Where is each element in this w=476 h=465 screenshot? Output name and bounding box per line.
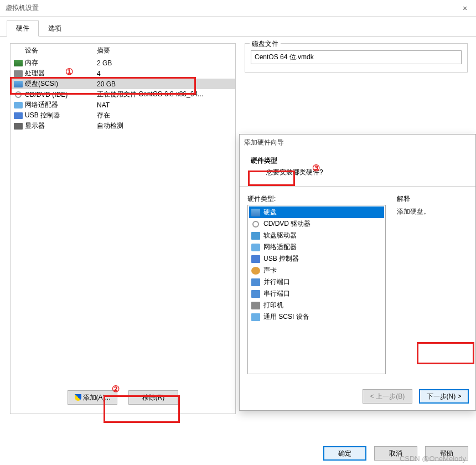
printer-icon bbox=[251, 302, 260, 309]
wizard-title: 添加硬件向导 bbox=[240, 135, 475, 151]
shield-icon bbox=[75, 394, 81, 401]
window-title: 虚拟机设置 bbox=[6, 3, 39, 13]
disk-file-legend: 磁盘文件 bbox=[250, 39, 281, 49]
device-row-usb[interactable]: USB 控制器 存在 bbox=[11, 110, 235, 121]
device-row-hdd[interactable]: 硬盘(SCSI) 20 GB bbox=[11, 79, 235, 89]
wizard-back-button: < 上一步(B) bbox=[363, 389, 412, 404]
watermark: CSDN @OneMelody bbox=[400, 454, 466, 463]
hw-item-usb[interactable]: USB 控制器 bbox=[249, 253, 384, 265]
hw-item-printer[interactable]: 打印机 bbox=[249, 299, 384, 311]
usb-icon bbox=[251, 255, 260, 263]
hdd-icon bbox=[251, 209, 260, 216]
device-row-cpu[interactable]: 处理器 4 bbox=[11, 68, 235, 79]
display-icon bbox=[14, 123, 23, 130]
tab-row: 硬件 选项 bbox=[0, 17, 476, 37]
device-panel: 设备 摘要 内存 2 GB 处理器 4 硬盘(SCSI) 20 GB CD/DV… bbox=[10, 43, 236, 414]
memory-icon bbox=[14, 60, 23, 66]
wizard-header: 硬件类型 您要安装哪类硬件? bbox=[240, 151, 475, 187]
hw-item-cd[interactable]: CD/DVD 驱动器 bbox=[249, 218, 384, 230]
usb-icon bbox=[14, 112, 23, 119]
add-hardware-wizard: 添加硬件向导 硬件类型 您要安装哪类硬件? 硬件类型: 硬盘 CD/DVD 驱动… bbox=[239, 134, 476, 411]
remove-hardware-button[interactable]: 移除(R) bbox=[128, 390, 178, 405]
hardware-type-label: 硬件类型: bbox=[247, 194, 386, 204]
disk-file-value[interactable]: CentOS 64 位.vmdk bbox=[251, 50, 462, 64]
disk-file-group: 磁盘文件 CentOS 64 位.vmdk bbox=[245, 43, 468, 73]
tab-options[interactable]: 选项 bbox=[39, 20, 71, 37]
cpu-icon bbox=[14, 70, 23, 77]
hw-item-scsi[interactable]: 通用 SCSI 设备 bbox=[249, 311, 384, 323]
hw-item-sound[interactable]: 声卡 bbox=[249, 265, 384, 276]
close-icon[interactable]: × bbox=[454, 4, 476, 13]
window-titlebar: 虚拟机设置 × bbox=[0, 0, 476, 17]
wizard-subheading: 您要安装哪类硬件? bbox=[251, 168, 464, 177]
hardware-type-list[interactable]: 硬盘 CD/DVD 驱动器 软盘驱动器 网络适配器 USB 控制器 声卡 并行端… bbox=[247, 205, 386, 374]
net-icon bbox=[251, 244, 260, 251]
cd-icon bbox=[14, 91, 23, 98]
cd-icon bbox=[251, 220, 260, 228]
ok-button[interactable]: 确定 bbox=[323, 446, 366, 461]
tab-hardware[interactable]: 硬件 bbox=[7, 20, 39, 37]
device-list: 内存 2 GB 处理器 4 硬盘(SCSI) 20 GB CD/DVD (IDE… bbox=[11, 58, 235, 384]
sound-icon bbox=[251, 267, 260, 275]
device-row-net[interactable]: 网络适配器 NAT bbox=[11, 100, 235, 110]
explain-text: 添加硬盘。 bbox=[397, 207, 468, 216]
add-hardware-button[interactable]: 添加(A)... bbox=[68, 390, 117, 405]
wizard-heading: 硬件类型 bbox=[251, 156, 464, 166]
hw-item-net[interactable]: 网络适配器 bbox=[249, 241, 384, 253]
hw-item-hdd[interactable]: 硬盘 bbox=[249, 206, 384, 218]
net-icon bbox=[14, 102, 23, 108]
parallel-icon bbox=[251, 278, 260, 286]
device-row-display[interactable]: 显示器 自动检测 bbox=[11, 121, 235, 131]
hdd-icon bbox=[14, 81, 23, 87]
explain-label: 解释 bbox=[397, 194, 468, 204]
wizard-next-button[interactable]: 下一步(N) > bbox=[419, 389, 469, 404]
device-header: 设备 摘要 bbox=[11, 44, 235, 58]
device-row-cd[interactable]: CD/DVD (IDE) 正在使用文件 CentOS-6.8-x86_64... bbox=[11, 89, 235, 100]
hw-item-floppy[interactable]: 软盘驱动器 bbox=[249, 230, 384, 241]
device-row-memory[interactable]: 内存 2 GB bbox=[11, 58, 235, 68]
hw-item-serial[interactable]: 串行端口 bbox=[249, 288, 384, 299]
hw-item-parallel[interactable]: 并行端口 bbox=[249, 276, 384, 288]
scsi-icon bbox=[251, 313, 260, 321]
serial-icon bbox=[251, 290, 260, 298]
floppy-icon bbox=[251, 232, 260, 240]
